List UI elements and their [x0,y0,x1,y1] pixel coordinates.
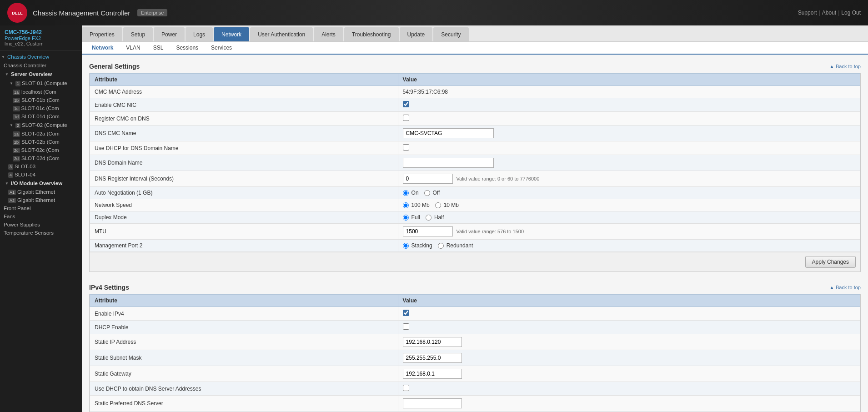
checkbox-input[interactable] [403,385,409,391]
sidebar-item-slot01a[interactable]: 1alocalhost (Com [0,88,82,96]
sidebar-item-server-overview[interactable]: ▼Server Overview [0,70,82,79]
ipv4-col-attr: Attribute [90,295,398,307]
tab-user-auth[interactable]: User Authentication [250,27,313,41]
radio-input[interactable] [424,190,430,196]
support-link[interactable]: Support [798,10,817,16]
ipv4-back-to-top[interactable]: ▲ Back to top [829,285,861,290]
text-input[interactable] [403,158,494,168]
radio-input[interactable] [403,202,409,208]
main-layout: CMC-756-J942 PowerEdge FX2 lmc_e22, Cust… [0,25,868,412]
radio-input[interactable] [438,243,444,249]
text-input[interactable] [403,398,462,408]
attr-value [398,321,860,334]
sidebar-item-front-panel[interactable]: Front Panel [0,204,82,212]
text-input-range[interactable] [403,174,453,184]
attr-label: Network Speed [90,199,398,211]
about-link[interactable]: About [822,10,836,16]
attr-label: Register CMC on DNS [90,112,398,126]
ipv4-settings-title: IPv4 Settings [89,284,129,291]
tab-network[interactable]: Network [214,27,249,41]
attr-value [398,141,860,155]
app-title: Chassis Management Controller [33,9,130,17]
sidebar-item-chassis-controller[interactable]: Chassis Controller [0,61,82,70]
sidebar-item-slot01c[interactable]: 1cSLOT-01c (Com [0,104,82,112]
checkbox-input[interactable] [403,323,409,330]
sidebar-item-power-supplies[interactable]: Power Supplies [0,221,82,229]
text-input[interactable] [403,337,462,347]
radio-group: FullHalf [403,214,855,221]
sidebar-item-slot02d[interactable]: 2dSLOT-02d (Com [0,154,82,162]
sidebar-item-slot03[interactable]: 3SLOT-03 [0,162,82,171]
radio-input[interactable] [435,202,441,208]
sidebar-item-slot02[interactable]: ▼2SLOT-02 (Compute [0,121,82,130]
attr-label: Use DHCP to obtain DNS Server Addresses [90,382,398,396]
logout-link[interactable]: Log Out [841,10,861,16]
table-row: Duplex ModeFullHalf [90,211,860,224]
radio-input[interactable] [403,215,409,221]
sidebar-item-slot04[interactable]: 4SLOT-04 [0,171,82,179]
text-input[interactable] [403,369,462,379]
general-apply-btn[interactable]: Apply Changes [805,256,856,268]
tab-alerts[interactable]: Alerts [314,27,343,41]
radio-input[interactable] [403,243,409,249]
sidebar-item-gige-a2[interactable]: A2Gigabit Ethernet [0,196,82,204]
sidebar-item-fans[interactable]: Fans [0,212,82,221]
general-action-row: Apply Changes [90,252,860,271]
general-col-value: Value [398,74,860,86]
tab-logs[interactable]: Logs [186,27,213,41]
general-back-to-top[interactable]: ▲ Back to top [829,64,861,69]
text-input[interactable] [403,128,494,138]
tab-update[interactable]: Update [400,27,433,41]
table-row: DNS Domain Name [90,155,860,171]
tab-setup[interactable]: Setup [123,27,153,41]
text-input[interactable] [403,353,462,363]
sidebar-item-io-module[interactable]: ▼I/O Module Overview [0,179,82,188]
sidebar-item-chassis-overview[interactable]: ▼Chassis Overview [0,52,82,61]
sidebar-item-slot02b[interactable]: 2bSLOT-02b (Com [0,138,82,146]
table-row: Register CMC on DNS [90,112,860,126]
general-settings-box: Attribute Value CMC MAC Address54:9F:35:… [89,73,861,272]
radio-group: OnOff [403,190,855,196]
table-row: Use DHCP to obtain DNS Server Addresses [90,382,860,396]
table-row: Enable CMC NIC [90,98,860,112]
sub-tab-network-sub[interactable]: Network [85,42,120,55]
sidebar-item-slot01d[interactable]: 1dSLOT-01d (Com [0,112,82,121]
table-row: Auto Negotiation (1 GB)OnOff [90,187,860,199]
sidebar-item-slot02a[interactable]: 2aSLOT-02a (Com [0,130,82,138]
checkbox-input[interactable] [403,115,409,121]
radio-label: Off [424,190,440,196]
tab-properties[interactable]: Properties [82,27,122,41]
top-nav: Support | About | Log Out [798,10,861,16]
checkbox-input[interactable] [403,310,409,316]
checkbox-input[interactable] [403,144,409,151]
radio-group: 100 Mb10 Mb [403,202,855,208]
text-input-range[interactable] [403,226,453,236]
tab-security[interactable]: Security [433,27,468,41]
attr-value: OnOff [398,187,860,199]
tab-troubleshooting[interactable]: Troubleshooting [344,27,399,41]
sidebar-item-gige-a1[interactable]: A1Gigabit Ethernet [0,188,82,196]
table-row: Enable IPv4 [90,307,860,321]
attr-value: Valid value range: 576 to 1500 [398,224,860,240]
main-tab-bar: PropertiesSetupPowerLogsNetworkUser Auth… [82,25,868,42]
attr-value [398,98,860,112]
checkbox-input[interactable] [403,101,409,107]
radio-label: 100 Mb [403,202,430,208]
sidebar-item-temp-sensors[interactable]: Temperature Sensors [0,229,82,237]
tab-power[interactable]: Power [154,27,185,41]
sub-tab-ssl[interactable]: SSL [147,42,170,55]
enterprise-badge: Enterprise [137,9,167,16]
table-row: Management Port 2StackingRedundant [90,240,860,252]
attr-label: Auto Negotiation (1 GB) [90,187,398,199]
attr-value: 100 Mb10 Mb [398,199,860,211]
sidebar-item-slot01b[interactable]: 1bSLOT-01b (Com [0,96,82,104]
sub-tab-vlan[interactable]: VLAN [120,42,146,55]
attr-value [398,334,860,350]
radio-input[interactable] [426,215,431,221]
general-settings-table: Attribute Value CMC MAC Address54:9F:35:… [90,73,860,252]
sidebar-item-slot02c[interactable]: 2cSLOT-02c (Com [0,146,82,154]
radio-input[interactable] [403,190,409,196]
sub-tab-services[interactable]: Services [205,42,238,55]
sidebar-item-slot01[interactable]: ▼1SLOT-01 (Compute [0,79,82,88]
sub-tab-sessions[interactable]: Sessions [170,42,205,55]
